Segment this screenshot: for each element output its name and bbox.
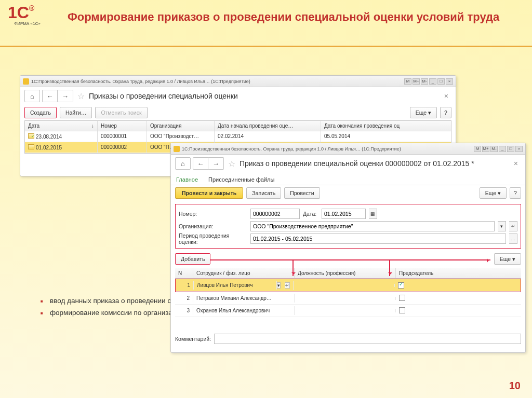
titlebar-2: 1С:Производственная безопасность. Охрана…: [171, 143, 525, 155]
list-item[interactable]: 3 Охранов Илья Александрович: [175, 305, 521, 317]
open-icon[interactable]: ↵: [285, 282, 290, 289]
page-number: 10: [509, 380, 521, 392]
titlebar-text-2: 1С:Производственная безопасность. Охрана…: [182, 146, 474, 152]
date-label: Дата:: [303, 211, 318, 217]
form-area: Номер: Дата: ▦ Организация: ▾ ↵ Период п…: [175, 204, 521, 249]
comment-input[interactable]: [214, 334, 521, 344]
forward-button[interactable]: →: [208, 157, 224, 170]
ellipsis-icon[interactable]: …: [509, 234, 517, 244]
tab-files[interactable]: Присоединенные файлы: [208, 174, 274, 185]
col-end[interactable]: Дата окончания проведения оц: [321, 121, 428, 131]
close-button[interactable]: ×: [446, 78, 453, 85]
nav-row-1: ⌂ ← → ☆ Приказы о проведении специальной…: [20, 87, 456, 105]
titlebar-icons: M M+ M- _ □ ×: [404, 78, 453, 85]
col-num[interactable]: Номер: [98, 121, 147, 131]
logo-mark: 1C®: [8, 5, 47, 20]
logo: 1C® ФИРМА «1С»: [8, 5, 47, 26]
num-label: Номер:: [179, 211, 247, 217]
chair-checkbox[interactable]: [399, 307, 405, 313]
annotation-arrow: [210, 259, 490, 260]
chair-checkbox[interactable]: [399, 295, 405, 301]
col-emp[interactable]: Сотрудник / физ. лицо: [193, 268, 295, 278]
slide-header: 1C® ФИРМА «1С» Формирование приказов о п…: [0, 0, 532, 47]
list-title: Приказы о проведении специальной оценки: [89, 92, 238, 100]
more-button[interactable]: Еще ▾: [480, 187, 507, 199]
dropdown-icon[interactable]: ▾: [277, 282, 281, 289]
tb-mplus[interactable]: M+: [413, 78, 420, 85]
annotation-arrow: [389, 259, 390, 276]
nav-row-2: ⌂ ← → ☆ Приказ о проведении специальной …: [171, 155, 525, 172]
col-n[interactable]: N: [175, 268, 193, 278]
back-button[interactable]: ←: [42, 90, 58, 102]
cancel-find-button[interactable]: Отменить поиск: [95, 107, 147, 118]
minimize-button[interactable]: _: [429, 78, 436, 85]
chair-checkbox[interactable]: [398, 282, 404, 289]
home-button[interactable]: ⌂: [24, 90, 40, 102]
org-label: Организация:: [179, 223, 247, 229]
period-label: Период проведения оценки:: [179, 232, 247, 245]
maximize-button[interactable]: □: [507, 146, 514, 152]
more-label: Еще: [485, 190, 496, 196]
col-date[interactable]: Дата ↓: [25, 121, 98, 131]
col-start[interactable]: Дата начала проведения оце…: [215, 121, 321, 131]
close-panel-button[interactable]: ×: [511, 159, 521, 168]
write-button[interactable]: Записать: [246, 187, 281, 199]
col-chair[interactable]: Председатель: [396, 268, 521, 278]
table-row[interactable]: 23.08.2014 000000001 ООО "Производст… 02…: [25, 131, 451, 142]
favorite-icon[interactable]: ☆: [77, 91, 85, 101]
list-item[interactable]: 1 Ливцов Илья Петрович ▾ ↵: [176, 279, 521, 292]
more-button[interactable]: Еще ▾: [410, 107, 437, 118]
tb-mminus[interactable]: M-: [490, 146, 498, 152]
titlebar-1: 1С:Производственная безопасность. Охрана…: [20, 76, 456, 87]
num-input[interactable]: [250, 209, 300, 219]
tab-main[interactable]: Главное: [176, 174, 198, 185]
back-button[interactable]: ←: [193, 157, 208, 170]
window-order-detail: 1С:Производственная безопасность. Охрана…: [170, 143, 526, 353]
more-label: Еще: [416, 109, 427, 116]
help-button[interactable]: ?: [440, 107, 451, 118]
close-button[interactable]: ×: [515, 146, 523, 152]
minimize-button[interactable]: _: [499, 146, 506, 152]
home-button[interactable]: ⌂: [175, 157, 191, 170]
create-button[interactable]: Создать: [24, 107, 57, 118]
period-input[interactable]: [250, 234, 506, 244]
tb-m[interactable]: M: [404, 78, 411, 85]
dropdown-icon[interactable]: ▾: [498, 221, 506, 231]
add-button[interactable]: Добавить: [175, 253, 210, 265]
tb-m[interactable]: M: [474, 146, 481, 152]
tb-mplus[interactable]: M+: [482, 146, 489, 152]
post-button[interactable]: Провести: [284, 187, 320, 199]
date-input[interactable]: [322, 209, 366, 219]
help-button[interactable]: ?: [510, 187, 521, 199]
emp-toolbar: Добавить Еще ▾: [171, 252, 525, 266]
col-org[interactable]: Организация: [147, 121, 215, 131]
post-and-close-button[interactable]: Провести и закрыть: [175, 187, 243, 199]
grid-header: Дата ↓ Номер Организация Дата начала про…: [25, 121, 451, 131]
org-input[interactable]: [250, 221, 495, 231]
open-icon[interactable]: ↵: [509, 221, 517, 231]
toolbar-1: Создать Найти… Отменить поиск Еще ▾ ?: [20, 105, 456, 120]
titlebar-text-1: 1С:Производственная безопасность. Охрана…: [31, 79, 404, 84]
doc-icon: [28, 144, 34, 149]
app-icon: [174, 146, 180, 152]
col-pos[interactable]: Должность (профессия): [295, 268, 396, 278]
annotation-arrow: [292, 259, 294, 276]
forward-button[interactable]: →: [58, 90, 73, 102]
calendar-icon[interactable]: ▦: [369, 209, 377, 219]
more-button[interactable]: Еще ▾: [494, 253, 521, 265]
maximize-button[interactable]: □: [437, 78, 445, 85]
favorite-icon[interactable]: ☆: [228, 159, 235, 169]
toolbar-2: Провести и закрыть Записать Провести Еще…: [171, 185, 525, 201]
more-label: Еще: [500, 256, 511, 262]
employees-grid: N Сотрудник / физ. лицо Должность (профе…: [175, 268, 521, 328]
close-panel-button[interactable]: ×: [441, 92, 451, 100]
slide-body: 1С:Производственная безопасность. Охрана…: [20, 75, 512, 176]
tabs: Главное Присоединенные файлы: [171, 172, 525, 185]
logo-company: ФИРМА «1С»: [8, 21, 47, 26]
app-icon: [23, 78, 29, 85]
tb-mminus[interactable]: M-: [421, 78, 428, 85]
find-button[interactable]: Найти…: [60, 107, 92, 118]
doc-icon: [28, 133, 34, 139]
comment-row: Комментарий:: [175, 334, 521, 344]
list-item[interactable]: 2 Петраков Михаил Александр…: [175, 292, 521, 305]
